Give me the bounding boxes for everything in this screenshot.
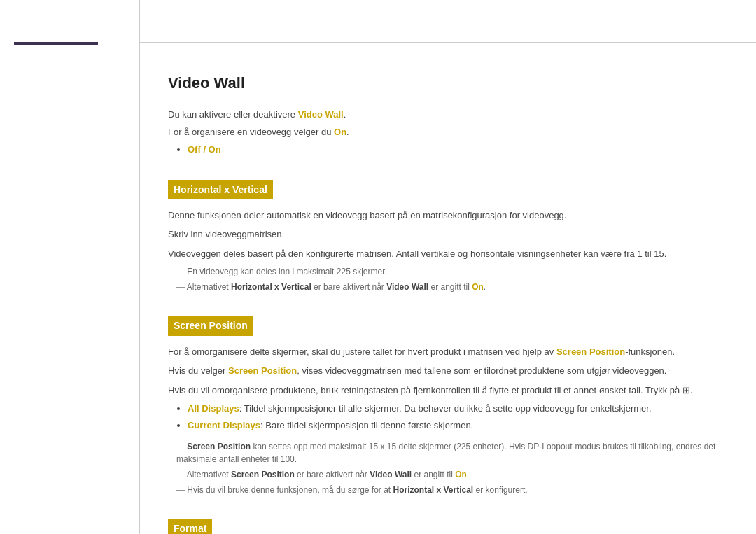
intro-line-1: Du kan aktivere eller deaktivere Video W… bbox=[168, 108, 721, 122]
screen-pos-note-2: Alternativet Screen Position er bare akt… bbox=[168, 468, 721, 481]
all-displays-label: All Displays bbox=[188, 403, 239, 414]
screen-pos-note-1: Screen Position kan settes opp med maksi… bbox=[168, 440, 721, 465]
sp-note-bold: Screen Position bbox=[187, 442, 251, 451]
horizontal-note-bold: Horizontal x Vertical bbox=[231, 282, 312, 292]
sp-note2-vw: Video Wall bbox=[370, 470, 412, 479]
off-on-item: Off / On bbox=[188, 143, 721, 157]
screen-pos-note-3: Hvis du vil bruke denne funksjonen, må d… bbox=[168, 484, 721, 496]
format-heading: Format bbox=[168, 519, 212, 534]
all-displays-text: : Tildel skjermposisjoner til alle skjer… bbox=[239, 403, 652, 414]
screen-pos-para-1: For å omorganisere delte skjermer, skal … bbox=[168, 344, 721, 359]
sp-note2-on: On bbox=[455, 470, 467, 479]
horizontal-heading: Horizontal x Vertical bbox=[168, 180, 273, 199]
screen-pos-para-3: Hvis du vil omorganisere produktene, bru… bbox=[168, 383, 721, 398]
sidebar bbox=[0, 0, 140, 534]
intro-line-2: For å organisere en videovegg velger du … bbox=[168, 125, 721, 140]
off-on-label: Off / On bbox=[188, 144, 221, 155]
horizontal-note-1: En videovegg kan deles inn i maksimalt 2… bbox=[168, 265, 721, 278]
horizontal-section: Horizontal x Vertical Denne funksjonen d… bbox=[168, 164, 721, 294]
page-container: Video Wall Du kan aktivere eller deaktiv… bbox=[0, 0, 756, 534]
screen-position-section: Screen Position For å omorganisere delte… bbox=[168, 300, 721, 496]
on-highlight-1: On bbox=[334, 127, 346, 137]
page-title: Video Wall bbox=[168, 71, 721, 95]
sp-note2-bold: Screen Position bbox=[231, 470, 295, 479]
screen-pos-link-1: Screen Position bbox=[556, 346, 625, 357]
current-displays-text: : Bare tildel skjermposisjon til denne f… bbox=[260, 420, 473, 430]
horizontal-note-on: On bbox=[472, 282, 484, 292]
horizontal-para-3: Videoveggen deles basert på den konfigur… bbox=[168, 246, 721, 261]
current-displays-label: Current Displays bbox=[188, 420, 260, 430]
screen-pos-link-2: Screen Position bbox=[228, 365, 297, 376]
horizontal-para-1: Denne funksjonen deler automatisk en vid… bbox=[168, 208, 721, 223]
sidebar-bar bbox=[14, 42, 98, 45]
horizontal-note-2: Alternativet Horizontal x Vertical er ba… bbox=[168, 281, 721, 293]
screen-pos-bullets: All Displays: Tildel skjermposisjoner ti… bbox=[188, 402, 721, 433]
on-off-list: Off / On bbox=[188, 143, 721, 157]
sp-note3-bold: Horizontal x Vertical bbox=[393, 485, 474, 495]
horizontal-para-2: Skriv inn videoveggmatrisen. bbox=[168, 227, 721, 241]
all-displays-item: All Displays: Tildel skjermposisjoner ti… bbox=[188, 402, 721, 416]
current-displays-item: Current Displays: Bare tildel skjermposi… bbox=[188, 419, 721, 433]
screen-position-heading: Screen Position bbox=[168, 316, 253, 335]
format-section: Format Velg hvordan bilder skal vises på… bbox=[168, 503, 721, 534]
video-wall-highlight-1: Video Wall bbox=[298, 109, 344, 120]
screen-pos-para-2: Hvis du velger Screen Position, vises vi… bbox=[168, 363, 721, 378]
horizontal-note-bold2: Video Wall bbox=[386, 282, 428, 292]
main-content: Video Wall Du kan aktivere eller deaktiv… bbox=[140, 42, 756, 534]
